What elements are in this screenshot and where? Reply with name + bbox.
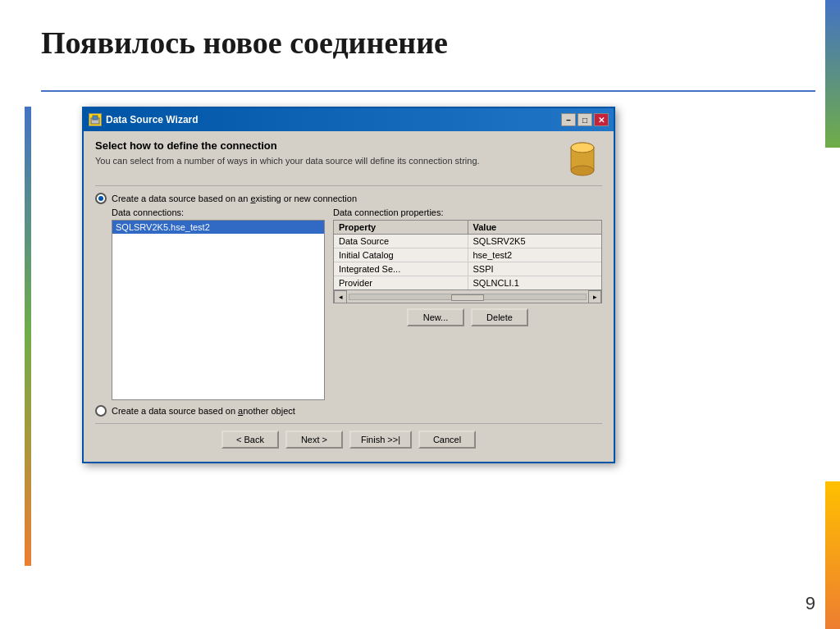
data-connections-listbox[interactable]: SQLSRV2K5.hse_test2 bbox=[112, 220, 325, 400]
properties-label: Data connection properties: bbox=[333, 207, 602, 217]
prop-cell-provider-val: SQLNCLI.1 bbox=[468, 276, 602, 289]
finish-button[interactable]: Finish >>| bbox=[349, 431, 412, 449]
wizard-header-desc: You can select from a number of ways in … bbox=[95, 155, 555, 167]
prop-cell-datasource-name: Data Source bbox=[334, 235, 468, 248]
dialog-app-icon bbox=[89, 113, 102, 126]
wizard-header: Select how to define the connection You … bbox=[95, 139, 602, 179]
cancel-button[interactable]: Cancel bbox=[418, 431, 476, 449]
properties-scrollbar[interactable]: ◂ ▸ bbox=[333, 290, 602, 303]
two-column-section: Data connections: SQLSRV2K5.hse_test2 Da… bbox=[112, 207, 602, 400]
properties-column: Data connection properties: Property Val… bbox=[333, 207, 602, 400]
prop-cell-catalog-val: hse_test2 bbox=[468, 248, 602, 262]
radio-object-label: Create a data source based on another ob… bbox=[112, 406, 295, 416]
scroll-thumb[interactable] bbox=[451, 294, 484, 301]
prop-cell-datasource-val: SQLSRV2K5 bbox=[468, 235, 602, 248]
prop-cell-integrated-val: SSPI bbox=[468, 262, 602, 276]
wizard-bottom-buttons: < Back Next > Finish >>| Cancel bbox=[95, 423, 602, 454]
new-delete-row: New... Delete bbox=[333, 308, 602, 326]
prop-row-integrated: Integrated Se... SSPI bbox=[334, 262, 601, 276]
slide-title: Появилось новое соединение bbox=[41, 25, 448, 61]
wizard-header-text: Select how to define the connection You … bbox=[95, 139, 555, 167]
radio-object-circle[interactable] bbox=[95, 405, 107, 417]
prop-cell-provider-name: Provider bbox=[334, 276, 468, 289]
properties-table: Property Value Data Source SQLSRV2K5 Ini… bbox=[333, 220, 602, 290]
connection-item-1[interactable]: SQLSRV2K5.hse_test2 bbox=[112, 221, 324, 234]
prop-header-value: Value bbox=[468, 221, 602, 234]
minimize-button[interactable]: – bbox=[561, 113, 576, 126]
close-button[interactable]: ✕ bbox=[594, 113, 609, 126]
title-bar-controls: – □ ✕ bbox=[561, 113, 609, 126]
data-connections-column: Data connections: SQLSRV2K5.hse_test2 bbox=[112, 207, 325, 400]
scroll-right-arrow[interactable]: ▸ bbox=[588, 290, 601, 303]
next-button[interactable]: Next > bbox=[285, 431, 343, 449]
delete-button[interactable]: Delete bbox=[471, 308, 528, 326]
prop-table-header: Property Value bbox=[334, 221, 601, 235]
scroll-track[interactable] bbox=[349, 294, 587, 300]
dialog-content: Select how to define the connection You … bbox=[84, 131, 614, 462]
slide: Появилось новое соединение 9 Data Source… bbox=[0, 0, 840, 629]
prop-header-property: Property bbox=[334, 221, 468, 234]
new-button[interactable]: New... bbox=[407, 308, 464, 326]
title-line bbox=[41, 90, 815, 92]
wizard-cylinder-icon bbox=[563, 139, 602, 179]
scroll-left-arrow[interactable]: ◂ bbox=[334, 290, 347, 303]
dialog-window: Data Source Wizard – □ ✕ Select how to d… bbox=[82, 107, 615, 463]
svg-point-4 bbox=[571, 166, 594, 175]
prop-row-provider: Provider SQLNCLI.1 bbox=[334, 276, 601, 289]
prop-row-catalog: Initial Catalog hse_test2 bbox=[334, 248, 601, 262]
svg-rect-1 bbox=[93, 116, 98, 120]
radio-existing-connection[interactable]: Create a data source based on an existin… bbox=[95, 193, 602, 204]
left-accent bbox=[25, 107, 31, 566]
deco-bar-top bbox=[825, 0, 840, 148]
prop-cell-integrated-name: Integrated Se... bbox=[334, 262, 468, 276]
prop-cell-catalog-name: Initial Catalog bbox=[334, 248, 468, 262]
title-bar-left: Data Source Wizard bbox=[89, 113, 199, 126]
radio-existing-label: Create a data source based on an existin… bbox=[112, 194, 357, 203]
data-connections-label: Data connections: bbox=[112, 207, 325, 217]
deco-bar-bottom bbox=[825, 481, 840, 629]
svg-point-5 bbox=[571, 143, 594, 153]
header-separator bbox=[95, 185, 602, 186]
dialog-title-bar: Data Source Wizard – □ ✕ bbox=[84, 108, 614, 131]
prop-row-datasource: Data Source SQLSRV2K5 bbox=[334, 235, 601, 248]
slide-number: 9 bbox=[806, 593, 815, 614]
maximize-button[interactable]: □ bbox=[578, 113, 592, 126]
radio-another-object[interactable]: Create a data source based on another ob… bbox=[95, 405, 602, 417]
back-button[interactable]: < Back bbox=[221, 431, 279, 449]
radio-existing-circle[interactable] bbox=[95, 193, 107, 204]
dialog-title-text: Data Source Wizard bbox=[106, 114, 199, 125]
wizard-header-title: Select how to define the connection bbox=[95, 139, 555, 152]
